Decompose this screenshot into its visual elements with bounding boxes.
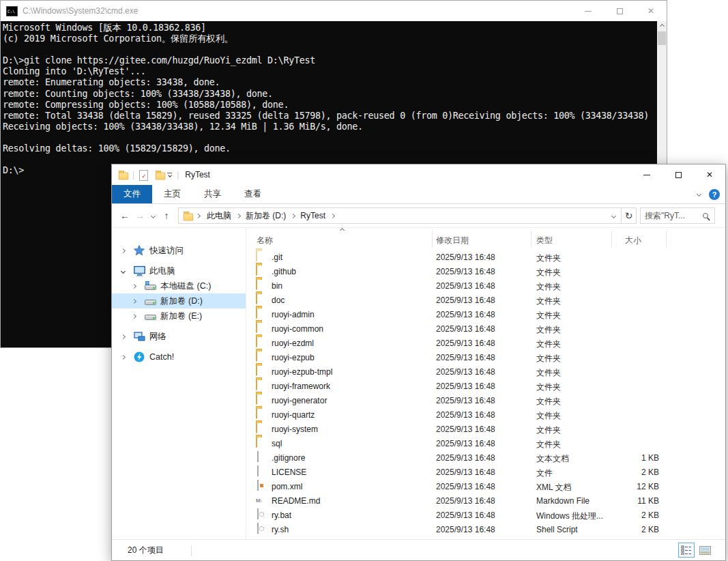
- table-row[interactable]: LICENSE2025/9/13 16:48文件2 KB: [246, 465, 725, 480]
- help-icon[interactable]: ?: [709, 189, 720, 200]
- tab-共享[interactable]: 共享: [192, 185, 233, 203]
- table-row[interactable]: ruoyi-admin2025/9/13 16:48文件夹: [246, 308, 725, 322]
- file-name: .gitignore: [272, 453, 305, 463]
- explorer-minimize-button[interactable]: [631, 164, 663, 185]
- explorer-close-button[interactable]: ✕: [694, 164, 725, 185]
- file-type: XML 文档: [536, 482, 572, 493]
- table-row[interactable]: ruoyi-system2025/9/13 16:48文件夹: [246, 422, 725, 437]
- folder-icon: [256, 308, 268, 321]
- scrollbar-thumb[interactable]: [658, 31, 666, 45]
- address-bar[interactable]: 此电脑新加卷 (D:)RyTest: [178, 207, 622, 224]
- file-name: ruoyi-admin: [272, 310, 315, 319]
- chevron-collapsed-icon[interactable]: [132, 283, 136, 288]
- column-header-name[interactable]: 名称: [257, 235, 273, 246]
- sidebar-item-catch-[interactable]: Catch!: [112, 349, 246, 364]
- chevron-collapsed-icon[interactable]: [121, 248, 126, 253]
- forward-icon[interactable]: →: [132, 210, 147, 221]
- tab-查看[interactable]: 查看: [233, 185, 273, 203]
- file-type: 文件夹: [536, 382, 561, 393]
- tab-文件[interactable]: 文件: [112, 185, 152, 203]
- table-row[interactable]: bin2025/9/13 16:48文件夹: [246, 279, 725, 293]
- sidebar-item--[interactable]: 网络: [112, 329, 246, 344]
- column-header-date[interactable]: 修改日期: [436, 235, 469, 246]
- chevron-collapsed-icon[interactable]: [121, 334, 126, 339]
- folder-icon: [256, 337, 268, 349]
- xml-doc-icon: [256, 480, 268, 493]
- table-row[interactable]: .git2025/9/13 16:48文件夹: [246, 250, 725, 265]
- folder-faded-icon: [256, 251, 268, 263]
- sidebar-item--c-[interactable]: 本地磁盘 (C:): [112, 278, 246, 293]
- thumbnail-view-button[interactable]: [697, 543, 713, 558]
- disk-icon: [145, 296, 156, 306]
- file-name: pom.xml: [272, 482, 302, 491]
- explorer-app-folder-icon: [119, 172, 128, 179]
- details-view-icon: [681, 545, 692, 555]
- maximize-icon: [675, 172, 682, 178]
- chevron-right-icon[interactable]: [236, 213, 241, 218]
- sidebar-item-label: 网络: [149, 331, 166, 343]
- search-input[interactable]: 搜索"RyT...: [640, 207, 715, 224]
- up-icon[interactable]: ↑: [159, 210, 174, 221]
- file-name: ry.sh: [272, 525, 289, 534]
- sidebar-item--d-[interactable]: 新加卷 (D:): [112, 293, 246, 308]
- table-row[interactable]: ry.bat2025/9/13 16:48Windows 批处理...2 KB: [246, 508, 725, 523]
- customize-quick-access-icon[interactable]: [167, 173, 172, 177]
- explorer-titlebar: | ✓ | RyTest ✕: [112, 164, 725, 185]
- cmd-minimize-button[interactable]: [572, 1, 604, 21]
- tab-主页[interactable]: 主页: [152, 185, 192, 203]
- file-size: 2 KB: [587, 525, 659, 534]
- address-dropdown-icon[interactable]: [611, 213, 616, 218]
- table-row[interactable]: ruoyi-quartz2025/9/13 16:48文件夹: [246, 408, 725, 422]
- file-type: Shell Script: [536, 525, 578, 534]
- explorer-window[interactable]: | ✓ | RyTest ✕ 文件主页共享查看 ? ← → ↑ 此电脑新加卷 (…: [111, 164, 726, 561]
- recent-locations-icon[interactable]: [151, 213, 156, 218]
- table-row[interactable]: ry.sh2025/9/13 16:48Shell Script2 KB: [246, 523, 725, 537]
- expand-ribbon-icon[interactable]: [697, 192, 701, 197]
- table-row[interactable]: doc2025/9/13 16:48文件夹: [246, 293, 725, 308]
- scroll-up-icon[interactable]: [657, 21, 667, 31]
- table-row[interactable]: ruoyi-ezpub2025/9/13 16:48文件夹: [246, 351, 725, 365]
- refresh-button[interactable]: ↻: [622, 207, 637, 224]
- breadcrumb-item[interactable]: 新加卷 (D:): [242, 210, 290, 222]
- chevron-collapsed-icon[interactable]: [132, 298, 136, 303]
- back-icon[interactable]: ←: [117, 210, 132, 221]
- table-row[interactable]: ruoyi-generator2025/9/13 16:48文件夹: [246, 394, 725, 408]
- breadcrumb-item[interactable]: RyTest: [296, 211, 330, 220]
- properties-icon[interactable]: ✓: [139, 170, 148, 181]
- file-type: 文件夹: [536, 353, 561, 364]
- catch-icon: [134, 351, 145, 362]
- sidebar-item--e-[interactable]: 新加卷 (E:): [112, 308, 246, 323]
- file-date: 2025/9/13 16:48: [436, 310, 495, 319]
- chevron-expanded-icon[interactable]: [121, 268, 126, 273]
- details-view-button[interactable]: [678, 543, 695, 558]
- chevron-collapsed-icon[interactable]: [132, 313, 136, 318]
- search-icon: [703, 213, 708, 218]
- cmd-close-button[interactable]: ✕: [635, 1, 667, 21]
- table-row[interactable]: M↓README.md2025/9/13 16:48Markdown File1…: [246, 494, 725, 508]
- file-type: 文件夹: [536, 310, 561, 321]
- sidebar-item--[interactable]: 快速访问: [112, 243, 246, 258]
- column-header-type[interactable]: 类型: [536, 235, 553, 246]
- markdown-icon: M↓: [256, 495, 268, 507]
- chevron-right-icon[interactable]: [291, 213, 295, 218]
- table-row[interactable]: sql2025/9/13 16:48文件夹: [246, 437, 725, 451]
- table-row[interactable]: ruoyi-ezpub-tmpl2025/9/13 16:48文件夹: [246, 365, 725, 379]
- file-date: 2025/9/13 16:48: [436, 281, 495, 291]
- file-date: 2025/9/13 16:48: [436, 425, 495, 434]
- table-row[interactable]: ruoyi-framework2025/9/13 16:48文件夹: [246, 379, 725, 394]
- table-row[interactable]: ruoyi-common2025/9/13 16:48文件夹: [246, 322, 725, 336]
- os-disk-icon: [145, 280, 156, 291]
- new-folder-icon[interactable]: [156, 172, 165, 179]
- column-header-size[interactable]: 大小: [625, 235, 641, 246]
- cmd-maximize-button[interactable]: [604, 1, 635, 21]
- explorer-maximize-button[interactable]: [663, 164, 694, 185]
- table-row[interactable]: .github2025/9/13 16:48文件夹: [246, 265, 725, 279]
- table-row[interactable]: pom.xml2025/9/13 16:48XML 文档12 KB: [246, 480, 725, 494]
- sidebar-item--[interactable]: 此电脑: [112, 263, 246, 278]
- table-row[interactable]: .gitignore2025/9/13 16:48文本文档1 KB: [246, 451, 725, 465]
- ribbon-tabs: 文件主页共享查看 ?: [112, 185, 725, 204]
- breadcrumb-item[interactable]: 此电脑: [203, 210, 235, 222]
- table-row[interactable]: ruoyi-ezdml2025/9/13 16:48文件夹: [246, 336, 725, 351]
- chevron-right-icon[interactable]: [330, 213, 335, 218]
- chevron-collapsed-icon[interactable]: [121, 354, 126, 359]
